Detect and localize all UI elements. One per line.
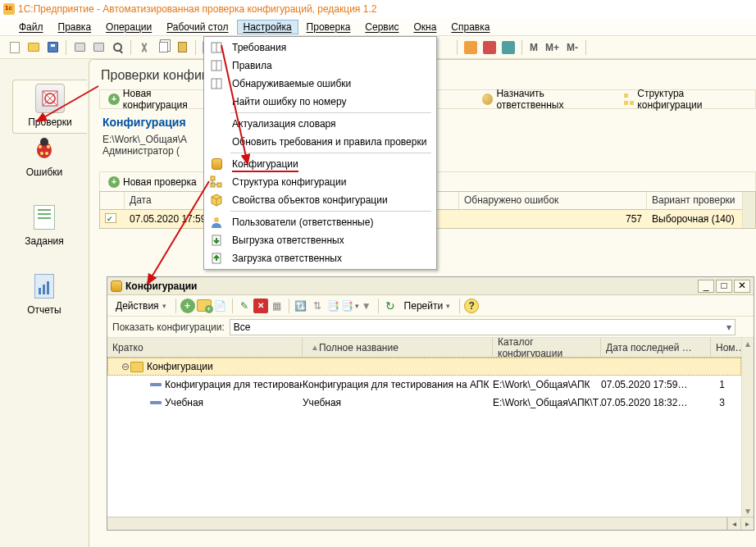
menu-help[interactable]: Справка [444,20,496,34]
window-statusbar: ◂ ▸ [107,517,754,530]
menu-item-label: Свойства объектов конфигурации [227,194,388,206]
menu-edit[interactable]: Правка [52,20,98,34]
scroll-right-button[interactable]: ▸ [740,517,754,530]
toolbar-button[interactable]: 🔃 [294,299,308,313]
col-header-full[interactable]: ▲Полное название [303,338,493,357]
menu-item-label: Структура конфигурации [227,176,346,188]
config-structure-button[interactable]: Структура конфигурации [619,86,755,112]
separator-icon [175,299,176,313]
memory-m-button[interactable]: M [527,42,540,53]
print-preview-button[interactable] [90,39,107,56]
col-header-errors[interactable]: Обнаружено ошибок [459,192,647,209]
menu-item[interactable]: Загрузка ответственных [206,249,435,267]
print-button[interactable] [71,39,88,56]
tree-row[interactable]: Учебная Учебная E:\Work\_Общая\АПК\Т… 07… [107,394,741,412]
sidebar-item-tasks[interactable]: Задания [0,203,89,247]
menu-desktop[interactable]: Рабочий стол [160,20,235,34]
sidebar-item-label: Ошибки [0,166,89,178]
separator-icon [459,299,460,313]
goto-dropdown[interactable]: Перейти [399,299,456,313]
minimize-button[interactable]: _ [698,280,714,293]
col-header-path[interactable]: Каталог конфигурации [493,338,601,357]
scroll-left-button[interactable]: ◂ [727,517,740,530]
filter-button[interactable]: ▼ [359,299,374,313]
toolbar-dropdown[interactable]: 📑 [343,299,358,313]
menu-operations[interactable]: Операции [99,20,158,34]
sidebar-item-checks[interactable]: Проверки [12,80,87,134]
toolbar-button[interactable]: ▦ [270,299,285,313]
help-button[interactable]: ? [464,299,479,313]
scrollbar[interactable]: ▴ ▾ [741,338,754,517]
calendar-button[interactable] [462,39,479,56]
col-header-variant[interactable]: Вариант проверки [647,192,742,209]
menu-check[interactable]: Проверка [300,20,358,34]
menu-item[interactable]: Обновить требования и правила проверки [206,133,435,151]
tree-root-row[interactable]: ⊖ Конфигурации [107,358,741,376]
separator-icon [130,40,131,55]
filter-select[interactable]: Все ▾ [230,319,736,335]
open-button[interactable] [25,39,42,56]
cell-path: E:\Work\_Общая\АПК\Т… [493,397,601,408]
sidebar-item-reports[interactable]: Отчеты [0,271,89,316]
book-icon [206,59,227,72]
maximize-button[interactable]: □ [716,280,732,293]
col-header-short[interactable]: Кратко [107,338,303,357]
collapse-icon[interactable]: ⊖ [121,361,130,372]
toolbar-button[interactable]: 📑 [326,299,341,313]
menu-item[interactable]: Конфигурации [206,155,435,173]
menu-item[interactable]: Правила [206,57,435,75]
menu-item[interactable]: Свойства объектов конфигурации [206,191,435,209]
menu-item[interactable]: Найти ошибку по номеру [206,93,435,111]
col-header-blank[interactable] [100,192,125,209]
separator-icon [66,40,66,55]
cell-variant: Выборочная (140) [647,212,742,226]
cell-errors: 757 [459,212,647,226]
search-button[interactable] [109,39,125,56]
refresh-button[interactable]: ↻ [383,299,398,313]
menu-item[interactable]: Обнаруживаемые ошибки [206,75,435,93]
menu-service[interactable]: Сервис [358,20,405,34]
memory-mminus-button[interactable]: M- [564,42,581,53]
book-icon [206,77,227,90]
cfg-grid-body: ⊖ Конфигурации Конфигурация для тестиров… [107,358,741,517]
window-titlebar[interactable]: Конфигурации _ □ ✕ [107,277,754,295]
add-folder-button[interactable] [197,299,212,312]
copy-button[interactable]: 📄 [213,299,228,313]
paste-button[interactable] [174,39,190,56]
copy-button[interactable] [155,39,171,56]
date-button[interactable] [481,39,498,56]
memory-mplus-button[interactable]: M+ [543,42,562,53]
menu-item[interactable]: Актуализация словаря [206,115,435,133]
chevron-down-icon: ▾ [726,321,731,333]
delete-button[interactable]: ✕ [253,299,268,313]
root-label: Конфигурации [147,361,220,372]
actions-dropdown[interactable]: Действия [111,299,171,313]
add-button[interactable]: + [180,299,195,313]
col-header-num[interactable]: Ном… [711,338,741,357]
col-header-date[interactable]: Дата последней … [601,338,711,357]
new-check-button[interactable]: + Новая проверка [103,175,202,189]
menu-settings[interactable]: Настройка [237,20,298,34]
cfg-grid-header: Кратко ▲Полное название Каталог конфигур… [107,338,741,358]
menu-item[interactable]: Пользователи (ответственные) [206,213,435,231]
edit-button[interactable]: ✎ [237,299,252,313]
menu-item[interactable]: Структура конфигурации [206,173,435,191]
import-icon [206,252,227,265]
menu-item[interactable]: Требования [206,39,435,57]
toolbar-button[interactable]: ⇅ [310,299,325,313]
tree-row[interactable]: Конфигурация для тестирования Конфигурац… [107,376,741,394]
tree-icon [624,93,634,105]
new-button[interactable] [7,39,23,56]
cut-button[interactable] [136,39,153,56]
save-button[interactable] [44,39,61,56]
sidebar-item-errors[interactable]: Ошибки [0,134,89,178]
assign-responsible-button[interactable]: Назначить ответственных [477,86,618,112]
menu-file[interactable]: Файл [12,20,50,34]
calc-button[interactable] [500,39,517,56]
separator-icon [457,40,458,55]
close-button[interactable]: ✕ [734,280,750,293]
menu-windows[interactable]: Окна [407,20,443,34]
scrollbar[interactable] [742,192,755,228]
menu-item-label: Правила [227,60,272,71]
menu-item[interactable]: Выгрузка ответственных [206,231,435,249]
